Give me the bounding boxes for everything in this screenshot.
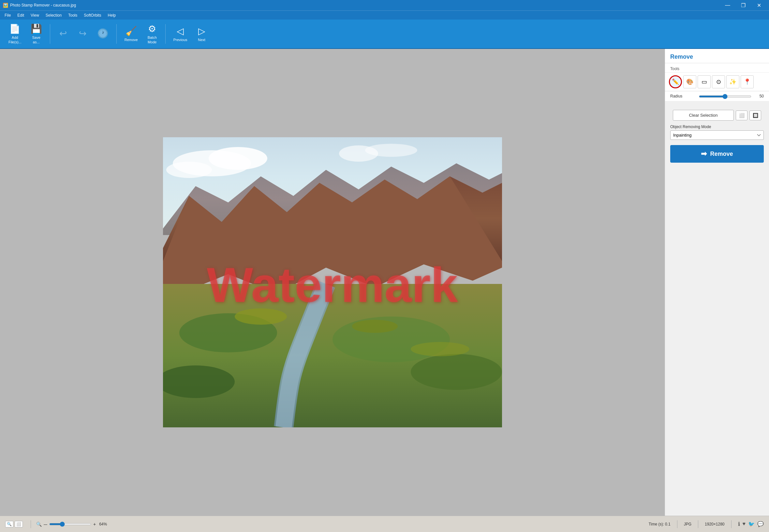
format-label: JPG [684, 522, 691, 526]
status-sep-3 [698, 520, 698, 528]
svg-point-15 [352, 320, 398, 333]
history-icon: 🕐 [97, 28, 109, 39]
toolbar-sep-3 [165, 24, 166, 44]
status-icons: ℹ ♥ 🐦 💬 [738, 521, 764, 527]
zoom-slider[interactable] [49, 523, 91, 525]
toolbar-sep-2 [116, 24, 117, 44]
menu-selection[interactable]: Selection [42, 12, 65, 19]
zoom-percent: 64% [99, 522, 107, 526]
toolbar-sep-1 [50, 24, 50, 44]
actual-size-icon[interactable]: ⬜ [15, 521, 23, 527]
brush-tool-button[interactable]: ✏️ [669, 75, 682, 88]
object-removing-label: Object Removing Mode [665, 121, 769, 130]
add-files-icon: 📄 [9, 23, 21, 34]
app-icon: 🖼️ [3, 3, 8, 8]
previous-label: Previous [173, 38, 187, 42]
remove-button-label: Remove [710, 151, 733, 157]
wand-tool-button[interactable]: ✨ [726, 75, 739, 88]
redo-icon: ↪ [79, 28, 86, 39]
view-icons: 🔍 ⬜ [5, 521, 23, 527]
radius-slider[interactable] [699, 96, 751, 97]
save-as-icon: 💾 [31, 23, 42, 34]
svg-point-16 [411, 342, 469, 356]
svg-point-13 [411, 354, 502, 390]
batch-mode-button[interactable]: ⚙ BatchMode [142, 22, 162, 45]
next-label: Next [198, 38, 205, 42]
inpainting-dropdown[interactable]: Inpainting Content-Aware Fill Smart Fill [670, 130, 764, 140]
radius-slider-container [699, 94, 751, 98]
feedback-icon[interactable]: 💬 [757, 521, 764, 527]
landscape-image [163, 137, 502, 427]
menu-view[interactable]: View [27, 12, 42, 19]
status-sep-2 [677, 520, 677, 528]
restore-button[interactable]: ❐ [736, 0, 751, 10]
svg-point-5 [365, 144, 417, 157]
menu-tools[interactable]: Tools [65, 12, 81, 19]
remove-button[interactable]: ➡ Remove [670, 145, 764, 163]
tools-row: ✏️ 🎨 ▭ ⊙ ✨ 📍 [665, 73, 769, 91]
menu-file[interactable]: File [1, 12, 14, 19]
status-sep-4 [731, 520, 732, 528]
menu-softorbits[interactable]: SoftOrbits [81, 12, 104, 19]
svg-point-3 [166, 162, 212, 178]
image-container: Watermark [163, 137, 502, 427]
main-layout: Watermark Remove Tools ✏️ 🎨 ▭ ⊙ [0, 49, 769, 516]
menu-bar: File Edit View Selection Tools SoftOrbit… [0, 10, 769, 20]
canvas-area[interactable]: Watermark [0, 49, 665, 516]
add-files-button[interactable]: 📄 AddFile(s)... [4, 22, 26, 45]
svg-point-14 [235, 308, 287, 325]
radius-value: 50 [754, 94, 764, 98]
batch-mode-icon: ⚙ [148, 23, 156, 34]
add-files-label: AddFile(s)... [8, 36, 22, 44]
menu-help[interactable]: Help [105, 12, 119, 19]
toolbar-file-group: 📄 AddFile(s)... 💾 Saveas... [3, 20, 48, 48]
lasso-tool-button[interactable]: ⊙ [712, 75, 725, 88]
toolbar-nav-group: ◁ Previous ▷ Next [168, 20, 213, 48]
status-right: Time (s): 0.1 JPG 1920×1280 ℹ ♥ 🐦 💬 [649, 520, 764, 528]
remove-toolbar-label: Remove [125, 38, 138, 42]
title-bar: 🖼️ Photo Stamp Remover - caucasus.jpg — … [0, 0, 769, 10]
remove-toolbar-button[interactable]: 🧹 Remove [120, 22, 142, 45]
right-panel: Remove Tools ✏️ 🎨 ▭ ⊙ ✨ [665, 49, 769, 516]
remove-arrow-icon: ➡ [701, 150, 707, 158]
window-controls: — ❐ ✕ [720, 0, 766, 10]
previous-button[interactable]: ◁ Previous [169, 22, 192, 45]
panel-title: Remove [665, 49, 769, 63]
previous-icon: ◁ [177, 26, 184, 37]
batch-mode-label: BatchMode [148, 36, 157, 44]
clear-selection-button[interactable]: Clear Selection [673, 110, 734, 121]
save-as-button[interactable]: 💾 Saveas... [26, 22, 47, 45]
toolbar: 📄 AddFile(s)... 💾 Saveas... ↩ ↪ 🕐 🧹 Remo… [0, 20, 769, 49]
rect-select-tool-button[interactable]: ▭ [698, 75, 711, 88]
minimize-button[interactable]: — [720, 0, 735, 10]
select-all-icon-button[interactable]: ⬜ [736, 111, 747, 120]
app-title: Photo Stamp Remover - caucasus.jpg [10, 3, 720, 7]
zoom-minus-label: — [44, 522, 47, 526]
magic-tool-button[interactable]: 🎨 [683, 75, 696, 88]
close-button[interactable]: ✕ [751, 0, 766, 10]
zoom-out-icon[interactable]: 🔍 [36, 522, 42, 527]
status-sep-1 [31, 520, 31, 528]
radius-slider-row: Radius 50 [665, 91, 769, 101]
svg-point-2 [209, 147, 267, 170]
favorite-icon[interactable]: ♥ [743, 521, 746, 527]
share-icon[interactable]: 🐦 [748, 521, 755, 527]
zoom-in-icon[interactable]: + [93, 522, 96, 527]
undo-button[interactable]: ↩ [53, 22, 73, 45]
toolbar-history-group: ↩ ↪ 🕐 [52, 20, 114, 48]
history-button[interactable]: 🕐 [93, 22, 113, 45]
status-bar: 🔍 ⬜ 🔍 — + 64% Time (s): 0.1 JPG 1920×128… [0, 516, 769, 532]
zoom-controls: 🔍 — + 64% [36, 522, 107, 527]
stamp-tool-button[interactable]: 📍 [741, 75, 754, 88]
redo-button[interactable]: ↪ [73, 22, 93, 45]
toolbar-remove-group: 🧹 Remove ⚙ BatchMode [119, 20, 163, 48]
invert-selection-icon-button[interactable]: 🔲 [749, 111, 761, 120]
next-button[interactable]: ▷ Next [192, 22, 212, 45]
info-icon[interactable]: ℹ [738, 521, 740, 527]
undo-icon: ↩ [59, 28, 67, 39]
save-as-label: Saveas... [32, 36, 40, 44]
menu-edit[interactable]: Edit [14, 12, 27, 19]
fit-view-icon[interactable]: 🔍 [5, 521, 13, 527]
time-label: Time (s): 0.1 [649, 522, 671, 526]
selection-action-row: Clear Selection ⬜ 🔲 [668, 110, 766, 121]
